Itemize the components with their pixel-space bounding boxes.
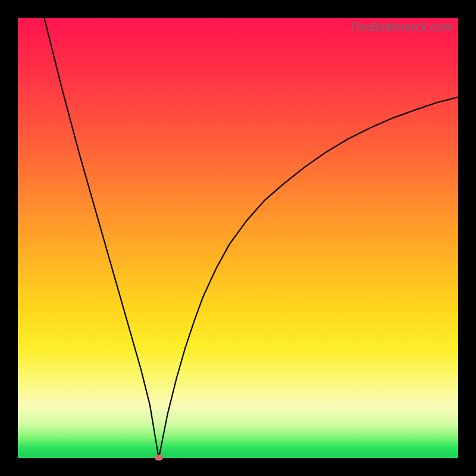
watermark-text: TheBottleneck.com: [349, 20, 453, 34]
curve-path: [44, 18, 458, 458]
plot-area: TheBottleneck.com: [18, 18, 458, 458]
chart-container: TheBottleneck.com: [0, 0, 476, 476]
minimum-marker: [155, 455, 163, 461]
bottleneck-curve: [18, 18, 458, 458]
